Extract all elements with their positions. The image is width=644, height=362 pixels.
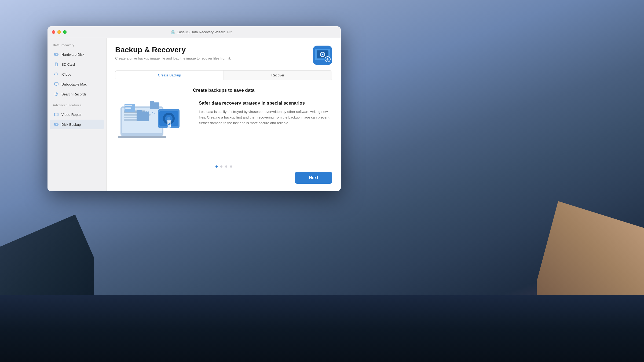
main-subtitle: Create a drive backup image file and loa… <box>115 56 231 60</box>
sidebar-gap <box>47 99 106 104</box>
svg-rect-40 <box>125 107 131 108</box>
sidebar-section-advanced: Advanced Features <box>47 104 106 109</box>
hdd-icon <box>54 52 59 57</box>
title-bar-center: 💿 EaseUS Data Recovery Wizard Pro <box>67 30 336 34</box>
tab-bar: Create Backup Recover <box>115 70 332 80</box>
pagination-dot-1[interactable] <box>215 165 218 168</box>
sidebar-item-sd-card[interactable]: SD Card <box>50 60 104 69</box>
tab-create-backup[interactable]: Create Backup <box>115 71 224 80</box>
svg-rect-43 <box>150 101 154 103</box>
cloud-icon <box>54 72 59 77</box>
main-header: Backup & Recovery Create a drive backup … <box>115 46 332 65</box>
slide-title: Create backups to save data <box>193 88 255 93</box>
main-content: Backup & Recovery Create a drive backup … <box>107 38 341 191</box>
slide-heading: Safer data recovery strategy in special … <box>199 101 332 106</box>
svg-rect-42 <box>150 102 159 109</box>
pagination <box>215 160 232 168</box>
sidebar-item-hardware-disk[interactable]: Hardware Disk <box>50 50 104 59</box>
svg-rect-39 <box>125 105 132 106</box>
sidebar-item-video-repair[interactable]: Video Repair <box>50 110 104 119</box>
bottom-bar: Next <box>115 168 332 184</box>
svg-point-36 <box>167 117 170 120</box>
backup-icon <box>54 122 59 127</box>
sd-card-icon <box>54 62 59 67</box>
svg-rect-7 <box>54 83 58 85</box>
pagination-dot-4[interactable] <box>230 165 232 168</box>
hardware-disk-label: Hardware Disk <box>61 53 84 57</box>
video-icon <box>54 112 59 117</box>
search-records-label: Search Records <box>61 92 86 96</box>
close-button[interactable] <box>52 30 55 34</box>
disk-icon: 💿 <box>171 30 175 34</box>
monitor-icon <box>54 82 59 87</box>
next-button[interactable]: Next <box>295 172 332 184</box>
svg-point-1 <box>57 54 58 55</box>
water <box>0 295 644 362</box>
slide-illustration <box>115 98 190 148</box>
slide-description: Lost data is easily destroyed by viruses… <box>199 109 332 126</box>
app-edition: Pro <box>227 30 232 34</box>
main-header-text: Backup & Recovery Create a drive backup … <box>115 46 231 60</box>
clock-search-icon <box>54 92 59 97</box>
sidebar-item-search-records[interactable]: Search Records <box>50 89 104 99</box>
svg-rect-29 <box>137 112 149 121</box>
slide-content: Safer data recovery strategy in special … <box>115 98 332 148</box>
svg-rect-38 <box>125 104 135 112</box>
sidebar: Data Recovery Hardware Disk <box>47 38 107 191</box>
traffic-lights <box>52 30 67 34</box>
sidebar-item-unbootable-mac[interactable]: Unbootable Mac <box>50 79 104 89</box>
slide-text: Safer data recovery strategy in special … <box>199 98 332 126</box>
svg-rect-41 <box>125 108 131 109</box>
sd-card-label: SD Card <box>61 62 75 67</box>
svg-point-20 <box>322 54 323 55</box>
main-title: Backup & Recovery <box>115 46 231 54</box>
app-window: 💿 EaseUS Data Recovery Wizard Pro Data R… <box>47 26 341 191</box>
svg-rect-11 <box>54 113 57 116</box>
app-body: Data Recovery Hardware Disk <box>47 38 341 191</box>
app-icon <box>313 46 332 65</box>
pagination-dot-2[interactable] <box>220 165 222 168</box>
svg-rect-37 <box>168 124 170 125</box>
sidebar-item-disk-backup[interactable]: Disk Backup <box>50 120 104 129</box>
minimize-button[interactable] <box>57 30 61 34</box>
title-bar: 💿 EaseUS Data Recovery Wizard Pro <box>47 26 341 38</box>
icloud-label: iCloud <box>61 72 71 76</box>
maximize-button[interactable] <box>63 30 67 34</box>
unbootable-mac-label: Unbootable Mac <box>61 82 87 86</box>
pagination-dot-3[interactable] <box>225 165 227 168</box>
disk-backup-label: Disk Backup <box>61 123 81 127</box>
svg-point-13 <box>57 124 58 125</box>
tab-recover[interactable]: Recover <box>224 71 332 80</box>
app-title: EaseUS Data Recovery Wizard <box>177 30 225 34</box>
content-area: Create backups to save data <box>115 88 332 168</box>
svg-rect-31 <box>118 136 166 138</box>
sidebar-section-data-recovery: Data Recovery <box>47 43 106 49</box>
video-repair-label: Video Repair <box>61 113 82 117</box>
sidebar-item-icloud[interactable]: iCloud <box>50 69 104 79</box>
